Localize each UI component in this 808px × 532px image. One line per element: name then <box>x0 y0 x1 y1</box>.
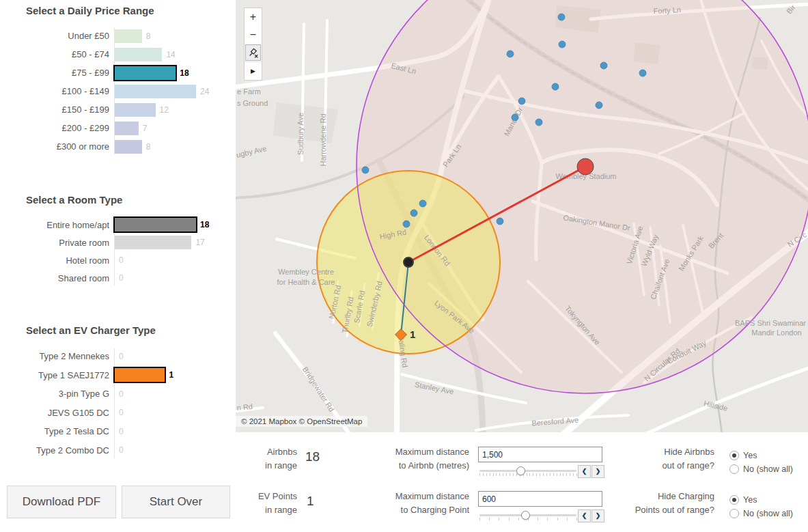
zoom-out-button[interactable]: − <box>245 26 262 44</box>
airbnb-point[interactable] <box>507 51 514 57</box>
slider-track[interactable] <box>479 470 576 472</box>
airbnb-point[interactable] <box>403 221 410 227</box>
filter-label[interactable]: Type 2 Tesla DC <box>0 426 109 436</box>
filter-row[interactable]: Entire home/apt18 <box>0 216 235 234</box>
ev-filter-chart: Type 2 Mennekes0Type 1 SAEJ177213-pin Ty… <box>0 347 235 460</box>
filter-value: 18 <box>180 68 189 78</box>
filter-label[interactable]: Shared room <box>0 273 109 283</box>
radio-option[interactable]: No (show all) <box>729 507 793 520</box>
filter-label[interactable]: £300 or more <box>0 141 109 152</box>
filter-bar[interactable] <box>115 66 176 80</box>
max-distance-airbnb-slider[interactable]: ❮❯ <box>478 465 608 479</box>
filter-row[interactable]: Shared room0 <box>0 269 235 287</box>
filter-row[interactable]: Type 2 Tesla DC0 <box>0 422 235 441</box>
stadium-marker[interactable] <box>577 158 594 175</box>
airbnb-point[interactable] <box>362 167 369 173</box>
radio-option[interactable]: Yes <box>729 449 793 462</box>
airbnb-point[interactable] <box>558 14 565 20</box>
airbnb-point[interactable] <box>419 200 426 207</box>
filter-label[interactable]: Under £50 <box>0 31 109 41</box>
filter-label[interactable]: Type 2 Combo DC <box>0 445 109 456</box>
airbnb-point[interactable] <box>518 98 525 104</box>
filter-bar[interactable] <box>115 122 139 135</box>
filter-label[interactable]: £100 - £149 <box>0 86 109 96</box>
airbnb-point[interactable] <box>535 119 542 126</box>
filter-label[interactable]: £75 - £99 <box>0 68 109 78</box>
filter-bar[interactable] <box>115 236 191 249</box>
filter-label[interactable]: Private room <box>0 238 109 248</box>
airbnb-point[interactable] <box>497 218 503 225</box>
slider-decrement-button[interactable]: ❮ <box>578 465 591 478</box>
slider-increment-button[interactable]: ❯ <box>591 509 604 522</box>
toolbar-expand-button[interactable]: ▶ <box>245 61 262 80</box>
max-distance-charger-input[interactable] <box>478 491 602 507</box>
selected-airbnb-marker[interactable] <box>404 257 413 267</box>
radio-selected-icon[interactable] <box>729 495 739 505</box>
hide-airbnbs-radio-group: YesNo (show all) <box>729 449 793 476</box>
pin-reset-button[interactable]: ✕ <box>245 44 261 61</box>
filter-row[interactable]: Hotel room0 <box>0 251 235 269</box>
slider-tick <box>493 473 494 476</box>
filter-label[interactable]: JEVS G105 DC <box>0 408 109 418</box>
slider-decrement-button[interactable]: ❮ <box>578 509 591 522</box>
filter-bar[interactable] <box>115 29 142 43</box>
download-pdf-button[interactable]: Download PDF <box>7 486 116 518</box>
filter-bar[interactable] <box>115 368 165 382</box>
filter-row[interactable]: Private room17 <box>0 234 235 251</box>
zoom-in-button[interactable]: + <box>245 8 262 26</box>
filter-label[interactable]: £200 - £299 <box>0 123 109 133</box>
airbnb-point[interactable] <box>552 83 559 90</box>
filter-row[interactable]: Type 2 Mennekes0 <box>0 347 235 366</box>
filter-label[interactable]: Entire home/apt <box>0 220 109 230</box>
filter-row[interactable]: Under £508 <box>0 27 235 45</box>
airbnb-point[interactable] <box>559 41 566 48</box>
airbnb-point[interactable] <box>639 70 646 76</box>
filter-row[interactable]: Type 1 SAEJ17721 <box>0 366 235 385</box>
filter-label[interactable]: Type 1 SAEJ1772 <box>0 370 109 380</box>
filter-label[interactable]: 3-pin Type G <box>0 389 109 399</box>
slider-tick <box>566 473 567 476</box>
airbnb-point[interactable] <box>410 210 417 216</box>
filter-bar[interactable] <box>115 48 162 61</box>
filter-row[interactable]: £50 - £7414 <box>0 45 235 64</box>
filter-value: 0 <box>119 408 124 417</box>
filter-row[interactable]: £150 - £19912 <box>0 100 235 119</box>
road-label: BAPS Shri Swaminar <box>735 319 806 327</box>
slider-handle[interactable] <box>516 466 525 475</box>
filter-row[interactable]: £200 - £2997 <box>0 119 235 137</box>
airbnb-point[interactable] <box>596 102 602 109</box>
filter-label[interactable]: Type 2 Mennekes <box>0 351 109 361</box>
filter-label[interactable]: Hotel room <box>0 255 109 266</box>
max-distance-airbnb-label: Maximum distanceto Airbnb (metres) <box>360 445 469 473</box>
filter-row[interactable]: 3-pin Type G0 <box>0 384 235 404</box>
slider-tick <box>479 518 480 520</box>
map[interactable]: Forty LnEast Lne Farms Groundugby AveSud… <box>236 0 808 432</box>
slider-increment-button[interactable]: ❯ <box>591 465 604 478</box>
filter-bar[interactable] <box>115 140 142 154</box>
max-distance-airbnb-input[interactable] <box>478 447 602 462</box>
filter-row[interactable]: £100 - £14924 <box>0 82 235 100</box>
airbnb-point[interactable] <box>512 114 518 121</box>
radio-option[interactable]: No (show all) <box>729 462 793 476</box>
slider-tick <box>490 473 490 476</box>
airbnb-point[interactable] <box>600 62 607 69</box>
filter-row[interactable]: £300 or more8 <box>0 137 235 156</box>
radio-selected-icon[interactable] <box>729 451 739 460</box>
radio-option[interactable]: Yes <box>729 493 793 507</box>
filter-row[interactable]: £75 - £9918 <box>0 64 235 82</box>
filter-bar[interactable] <box>115 218 196 232</box>
slider-handle[interactable] <box>521 511 530 520</box>
map-canvas[interactable]: Forty LnEast Lne Farms Groundugby AveSud… <box>236 0 808 432</box>
filter-bar[interactable] <box>115 85 196 98</box>
road-label: Harrowdene Rd <box>319 113 327 166</box>
radio-unselected-icon[interactable] <box>729 464 739 474</box>
filter-value: 24 <box>200 87 209 96</box>
price-filter-chart: Under £508£50 - £7414£75 - £9918£100 - £… <box>0 27 235 156</box>
max-distance-charger-slider[interactable]: ❮❯ <box>478 509 608 523</box>
dashboard: Select a Daily Price Range Under £508£50… <box>0 0 808 532</box>
filter-label[interactable]: £150 - £199 <box>0 104 109 115</box>
filter-bar[interactable] <box>115 103 156 117</box>
radio-unselected-icon[interactable] <box>729 509 739 518</box>
filter-label[interactable]: £50 - £74 <box>0 49 109 59</box>
filter-row[interactable]: JEVS G105 DC0 <box>0 404 235 423</box>
